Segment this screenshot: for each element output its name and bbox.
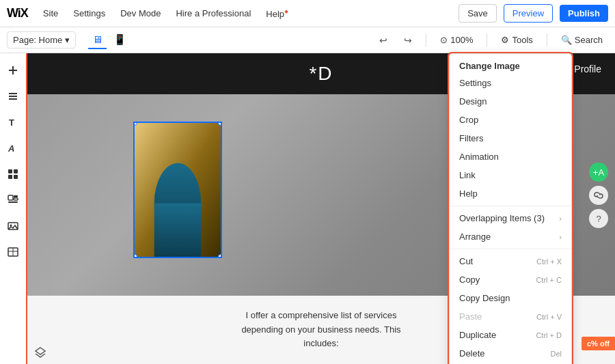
svg-rect-11 [8,195,13,200]
selection-handle-bl[interactable] [133,254,137,258]
ctx-copy[interactable]: Copy Ctrl + C [450,270,571,289]
ctx-link[interactable]: Link [450,166,571,184]
chevron-down-icon: ▾ [65,35,70,45]
svg-marker-23 [36,348,45,354]
body-text-line3: includes: [303,337,338,351]
image-content [135,123,221,257]
mobile-icon[interactable]: 📱 [109,31,131,49]
svg-rect-22 [154,204,202,257]
selected-image-element[interactable]: Image Change Im... [133,122,222,258]
redo-icon: ↪ [404,35,412,46]
ctx-duplicate[interactable]: Duplicate Ctrl + D [450,326,571,344]
selection-handle-tr[interactable] [218,122,222,126]
svg-rect-14 [14,198,18,200]
undo-icon: ↩ [379,35,387,46]
device-switcher: 🖥 📱 [88,31,131,49]
ctx-filters[interactable]: Filters [450,129,571,148]
search-button[interactable]: 🔍 Search [556,32,608,48]
zoom-circle-icon: ⊙ [440,35,448,45]
profile-nav-item[interactable]: Profile [574,64,601,74]
ctx-design[interactable]: Design [450,92,571,111]
sidebar-text[interactable]: T [1,111,25,134]
selection-handle-br[interactable] [218,254,222,258]
sidebar-widgets[interactable] [1,188,25,212]
svg-rect-3 [9,96,17,97]
save-button[interactable]: Save [459,4,497,23]
svg-rect-10 [14,175,18,179]
zoom-level: 100% [450,35,473,45]
wix-logo: WiX [7,6,28,20]
ctx-sep-2 [450,249,571,249]
svg-rect-9 [8,175,12,179]
nav-hire[interactable]: Hire a Professional [172,5,255,21]
svg-rect-12 [14,195,18,197]
tools-button[interactable]: ⚙ Tools [495,32,538,48]
ctx-arrow-arrange: › [559,233,562,241]
ctx-cut[interactable]: Cut Ctrl + X [450,252,571,270]
canvas-action-icon-green[interactable]: +A [589,163,608,182]
toolbar-separator-1 [426,33,426,47]
svg-rect-8 [14,169,18,173]
ctx-shortcut-delete: Del [550,350,562,358]
nav-dev-mode[interactable]: Dev Mode [116,5,165,21]
redo-button[interactable]: ↪ [398,32,418,48]
nav-help[interactable]: Help● [262,5,292,22]
sidebar-add[interactable] [1,59,25,82]
ctx-settings[interactable]: Settings [450,74,571,92]
svg-point-16 [10,225,12,227]
svg-rect-7 [8,169,12,173]
nav-site[interactable]: Site [39,5,62,21]
second-bar: Page: Home ▾ 🖥 📱 ↩ ↪ ⊙ 100% ⚙ Tools 🔍 Se… [0,27,615,53]
page-selector[interactable]: Page: Home ▾ [7,31,76,48]
zoom-control[interactable]: ⊙ 100% [435,32,478,48]
ctx-arrange[interactable]: Arrange › [450,227,571,246]
sidebar-menu[interactable] [1,85,25,108]
ctx-animation[interactable]: Animation [450,148,571,166]
desktop-icon[interactable]: 🖥 [88,31,107,49]
ctx-arrow-overlapping: › [559,214,562,223]
preview-button[interactable]: Preview [504,4,553,23]
ctx-change-image[interactable]: Change Image [450,57,571,74]
sidebar-table[interactable] [1,240,25,264]
ctx-shortcut-paste: Ctrl + V [536,313,562,321]
tools-icon: ⚙ [501,35,509,45]
sale-badge: c% off [582,337,615,350]
canvas-link-icon[interactable] [589,186,608,205]
context-menu: Change Image Settings Design Crop Filter… [449,53,572,364]
ctx-paste[interactable]: Paste Ctrl + V [450,307,571,326]
sidebar-image[interactable] [1,214,25,238]
canvas-help-icon[interactable]: ? [589,209,608,228]
svg-text:A: A [8,143,14,154]
layers-button[interactable] [34,346,46,359]
site-logo: *D [309,63,333,85]
svg-text:T: T [9,117,14,128]
canvas-right-icons: +A ? [589,163,608,228]
ctx-sep-1 [450,206,571,206]
ctx-crop[interactable]: Crop [450,111,571,129]
body-text-line1: I offer a comprehensive list of services [246,309,397,323]
ctx-shortcut-copy: Ctrl + C [536,276,562,284]
ctx-overlapping[interactable]: Overlapping Items (3) › [450,209,571,227]
help-dot: ● [284,8,288,15]
ctx-copy-design[interactable]: Copy Design [450,289,571,307]
svg-rect-4 [9,98,17,100]
publish-button[interactable]: Publish [560,5,608,22]
ctx-shortcut-cut: Ctrl + X [536,257,562,266]
left-sidebar: T A [0,53,27,364]
svg-rect-2 [9,93,17,94]
nav-settings[interactable]: Settings [69,5,109,21]
sidebar-apps[interactable] [1,163,25,186]
ctx-shortcut-duplicate: Ctrl + D [536,331,562,339]
svg-rect-13 [8,201,18,203]
search-icon: 🔍 [561,35,572,45]
sidebar-font[interactable]: A [1,137,25,160]
toolbar-separator-3 [547,33,547,47]
body-text-line2: depending on your business needs. This [241,323,400,337]
toolbar-separator-2 [487,33,487,47]
undo-button[interactable]: ↩ [374,32,393,48]
top-bar: WiX Site Settings Dev Mode Hire a Profes… [0,0,615,27]
ctx-help[interactable]: Help [450,184,571,203]
ctx-delete[interactable]: Delete Del [450,344,571,363]
page-label: Page: Home [13,35,62,45]
